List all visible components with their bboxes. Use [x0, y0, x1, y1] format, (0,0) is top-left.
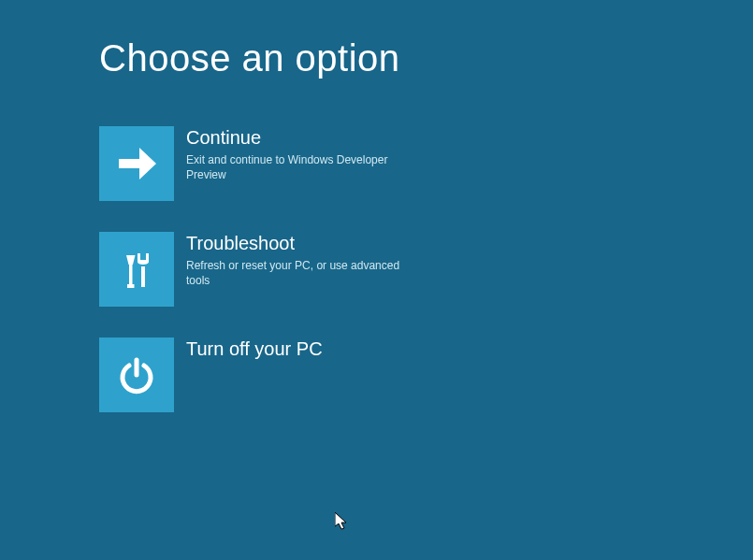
option-title: Troubleshoot: [186, 232, 401, 254]
page-title: Choose an option: [99, 37, 753, 79]
option-troubleshoot[interactable]: Troubleshoot Refresh or reset your PC, o…: [99, 232, 436, 307]
option-turnoff[interactable]: Turn off your PC: [99, 337, 436, 412]
option-desc: Exit and continue to Windows Developer P…: [186, 152, 401, 182]
svg-rect-2: [129, 263, 133, 285]
svg-marker-1: [139, 148, 156, 179]
tools-icon: [99, 232, 174, 307]
option-title: Continue: [186, 126, 401, 149]
arrow-right-icon: [99, 126, 174, 201]
svg-rect-4: [127, 284, 135, 288]
option-desc: Refresh or reset your PC, or use advance…: [186, 258, 401, 288]
power-icon: [99, 337, 174, 412]
mouse-cursor-icon: [335, 512, 350, 535]
svg-rect-5: [141, 266, 145, 287]
option-title: Turn off your PC: [186, 337, 323, 360]
option-continue[interactable]: Continue Exit and continue to Windows De…: [99, 126, 436, 201]
svg-marker-3: [126, 255, 136, 265]
